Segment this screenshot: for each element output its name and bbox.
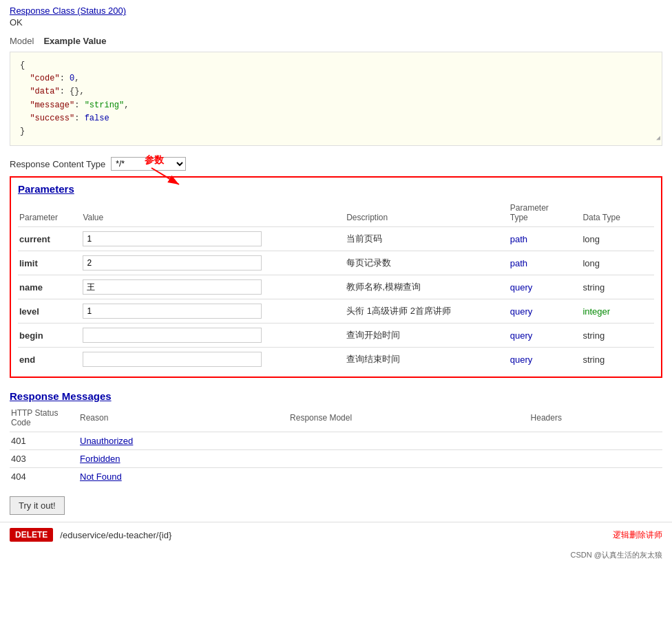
param-datatype-cell: string — [581, 348, 654, 372]
resp-headers-cell — [529, 450, 662, 468]
parameters-section: Parameters Parameter Value Description P… — [10, 176, 662, 378]
resp-col-model: Response Model — [288, 406, 529, 432]
param-value-input[interactable] — [83, 255, 262, 271]
delete-path: /eduservice/edu-teacher/{id} — [60, 530, 171, 540]
parameters-table: Parameter Value Description ParameterTyp… — [18, 200, 654, 371]
resp-status-cell: 401 — [10, 432, 78, 450]
resp-reason-cell: Forbidden — [78, 450, 288, 468]
param-value-cell — [81, 324, 345, 348]
param-value-cell — [81, 275, 345, 299]
resp-headers-cell — [529, 468, 662, 486]
param-value-input[interactable] — [83, 231, 262, 246]
col-header-parameter: Parameter — [18, 200, 81, 227]
param-desc-cell: 教师名称,模糊查询 — [345, 275, 509, 299]
col-header-description: Description — [345, 200, 509, 227]
table-row: 404Not Found — [10, 468, 662, 486]
param-name-cell: level — [18, 299, 81, 324]
tab-model[interactable]: Model — [10, 34, 38, 47]
resp-status-cell: 404 — [10, 468, 78, 486]
footer-watermark: CSDN @认真生活的灰太狼 — [0, 547, 672, 563]
resp-col-status: HTTP Status Code — [10, 406, 78, 432]
response-class-title[interactable]: Response Class (Status 200) — [10, 6, 662, 16]
annotation-arrow-svg — [145, 167, 186, 187]
param-type-cell: query — [509, 348, 582, 372]
code-line-1: { — [20, 59, 652, 72]
param-desc-cell: 当前页码 — [345, 227, 509, 251]
code-line-3: "data": {}, — [20, 85, 652, 98]
param-type-cell: query — [509, 299, 582, 324]
param-datatype-cell: string — [581, 275, 654, 299]
resp-reason-link[interactable]: Unauthorized — [80, 436, 133, 446]
try-it-out-button[interactable]: Try it out! — [10, 496, 65, 515]
col-header-parameter-type: ParameterType — [509, 200, 582, 227]
param-name-cell: limit — [18, 251, 81, 275]
table-row: begin查询开始时间querystring — [18, 324, 654, 348]
response-messages-section: Response Messages HTTP Status Code Reaso… — [0, 385, 672, 491]
param-datatype-cell: long — [581, 251, 654, 275]
resp-reason-cell: Unauthorized — [78, 432, 288, 450]
table-row: limit每页记录数pathlong — [18, 251, 654, 275]
response-ok-label: OK — [10, 16, 662, 32]
content-type-row: Response Content Type */* application/js… — [0, 153, 672, 176]
delete-method-badge: DELETE — [10, 528, 53, 542]
param-desc-cell: 查询开始时间 — [345, 324, 509, 348]
param-value-input[interactable] — [83, 328, 262, 343]
resp-model-cell — [288, 432, 529, 450]
col-header-value: Value — [81, 200, 345, 227]
table-row: end查询结束时间querystring — [18, 348, 654, 372]
param-type-cell: path — [509, 227, 582, 251]
param-desc-cell: 查询结束时间 — [345, 348, 509, 372]
table-row: 401Unauthorized — [10, 432, 662, 450]
code-line-2: "code": 0, — [20, 72, 652, 85]
code-line-4: "message": "string", — [20, 99, 652, 112]
resp-col-headers: Headers — [529, 406, 662, 432]
resize-handle: ◢ — [656, 133, 660, 144]
code-line-5: "success": false — [20, 112, 652, 125]
tab-example-value[interactable]: Example Value — [43, 34, 110, 47]
param-value-input[interactable] — [83, 352, 262, 367]
param-datatype-cell: long — [581, 227, 654, 251]
resp-reason-cell: Not Found — [78, 468, 288, 486]
resp-model-cell — [288, 468, 529, 486]
content-type-label: Response Content Type — [10, 159, 105, 169]
param-name-cell: begin — [18, 324, 81, 348]
param-value-cell — [81, 348, 345, 372]
resp-reason-link[interactable]: Not Found — [80, 471, 122, 482]
param-desc-cell: 头衔 1高级讲师 2首席讲师 — [345, 299, 509, 324]
resp-headers-cell — [529, 432, 662, 450]
param-value-input[interactable] — [83, 279, 262, 295]
col-header-data-type: Data Type — [581, 200, 654, 227]
param-name-cell: current — [18, 227, 81, 251]
resp-col-reason: Reason — [78, 406, 288, 432]
response-messages-table: HTTP Status Code Reason Response Model H… — [10, 406, 662, 485]
param-value-cell — [81, 227, 345, 251]
param-datatype-cell: integer — [581, 299, 654, 324]
table-row: current当前页码pathlong — [18, 227, 654, 251]
svg-line-1 — [151, 168, 179, 184]
resp-status-cell: 403 — [10, 450, 78, 468]
page-wrapper: Response Class (Status 200) OK Model Exa… — [0, 0, 672, 636]
param-datatype-cell: string — [581, 324, 654, 348]
parameters-title: Parameters — [18, 183, 654, 195]
resp-model-cell — [288, 450, 529, 468]
param-value-cell — [81, 251, 345, 275]
param-type-cell: query — [509, 324, 582, 348]
model-tabs: Model Example Value — [0, 34, 672, 47]
code-line-6: } — [20, 125, 652, 138]
param-name-cell: name — [18, 275, 81, 299]
response-messages-title: Response Messages — [10, 390, 662, 402]
resp-reason-link[interactable]: Forbidden — [80, 454, 120, 464]
param-name-cell: end — [18, 348, 81, 372]
response-class-header: Response Class (Status 200) OK — [0, 0, 672, 34]
annotation-container: 参数 — [145, 154, 186, 187]
param-type-cell: path — [509, 251, 582, 275]
table-row: name教师名称,模糊查询querystring — [18, 275, 654, 299]
param-type-cell: query — [509, 275, 582, 299]
annotation-text: 参数 — [145, 154, 164, 167]
param-value-cell — [81, 299, 345, 324]
param-value-input[interactable] — [83, 304, 262, 319]
param-desc-cell: 每页记录数 — [345, 251, 509, 275]
bottom-bar-right-label: 逻辑删除讲师 — [613, 529, 662, 541]
bottom-bar: DELETE /eduservice/edu-teacher/{id} 逻辑删除… — [0, 522, 672, 547]
table-row: 403Forbidden — [10, 450, 662, 468]
